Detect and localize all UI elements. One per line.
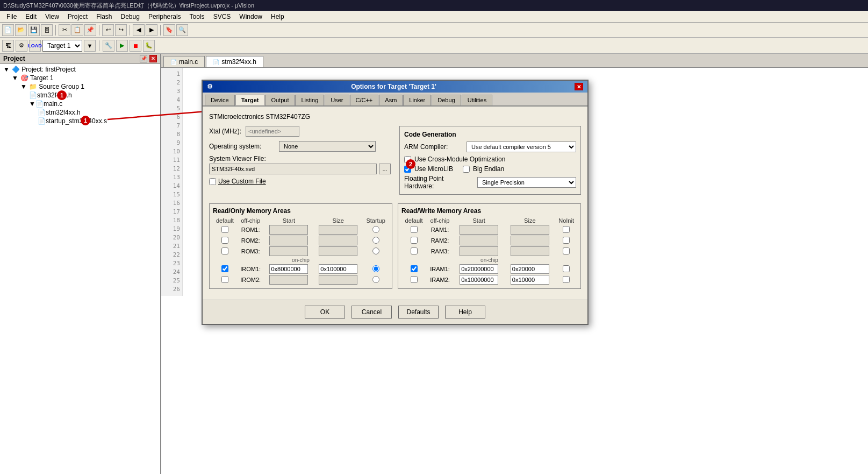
menu-project[interactable]: Project <box>63 12 92 22</box>
load-btn[interactable]: LOAD <box>29 40 41 52</box>
defaults-button[interactable]: Defaults <box>398 306 439 319</box>
menu-flash[interactable]: Flash <box>92 12 116 22</box>
ro-irom2-default[interactable] <box>221 276 228 283</box>
ro-rom1-default[interactable] <box>221 226 228 233</box>
menu-debug[interactable]: Debug <box>117 12 144 22</box>
menu-peripherals[interactable]: Peripherals <box>144 12 185 22</box>
menu-svcs[interactable]: SVCS <box>209 12 235 22</box>
tab-mainc[interactable]: 📄 main.c <box>163 56 205 67</box>
target-select[interactable]: Target 1 <box>42 40 82 52</box>
rw-iram1-size[interactable] <box>511 264 549 274</box>
ro-irom1-default[interactable] <box>221 265 228 272</box>
new-btn[interactable]: 📄 <box>2 24 14 36</box>
cross-module-checkbox[interactable] <box>404 156 411 163</box>
ro-rom1-startup[interactable] <box>372 226 379 233</box>
ro-rom2-start[interactable] <box>269 236 308 245</box>
copy-btn[interactable]: 📋 <box>71 24 83 36</box>
rw-iram2-start[interactable] <box>460 275 498 285</box>
dialog-tab-device[interactable]: Device <box>205 95 235 105</box>
ro-irom2-startup[interactable] <box>372 276 379 283</box>
ro-rom2-size[interactable] <box>319 236 357 245</box>
save-btn[interactable]: 💾 <box>28 24 40 36</box>
nav-back-btn[interactable]: ◀ <box>133 24 145 36</box>
rw-ram2-start[interactable] <box>460 236 498 245</box>
ro-rom3-startup[interactable] <box>372 247 379 254</box>
ro-rom1-size[interactable] <box>319 225 357 235</box>
bookmark-btn[interactable]: 🔖 <box>163 24 175 36</box>
ro-rom2-default[interactable] <box>221 237 228 244</box>
tree-item-stm32h2[interactable]: 📄 stm32f4xx.h <box>1 108 159 117</box>
ro-irom2-size[interactable] <box>319 275 357 285</box>
rw-ram3-default[interactable] <box>411 247 418 254</box>
rw-ram2-noinit[interactable] <box>563 237 570 244</box>
ro-rom3-default[interactable] <box>221 247 228 254</box>
paste-btn[interactable]: 📌 <box>84 24 96 36</box>
rw-iram2-noinit[interactable] <box>563 276 570 283</box>
menu-view[interactable]: View <box>41 12 63 22</box>
ro-rom3-size[interactable] <box>319 246 357 256</box>
tab-stm32h[interactable]: 📄 stm32f4xx.h <box>206 56 263 67</box>
fp-select[interactable]: Single Precision Not Used Double Precisi… <box>477 177 576 188</box>
rw-iram2-size[interactable] <box>511 275 549 285</box>
rw-iram2-default[interactable] <box>411 276 418 283</box>
ok-button[interactable]: OK <box>305 306 345 319</box>
dialog-close-btn[interactable]: ✕ <box>575 83 583 90</box>
os-select[interactable]: None <box>279 141 376 152</box>
sysviewer-browse-btn[interactable]: ... <box>379 164 391 174</box>
run-btn[interactable]: ▶ <box>116 40 128 52</box>
rw-iram1-noinit[interactable] <box>563 265 570 272</box>
dialog-tab-output[interactable]: Output <box>265 95 295 105</box>
target-options-btn[interactable]: ▼ <box>84 40 96 52</box>
microlib-checkbox[interactable] <box>404 166 411 173</box>
debug-btn[interactable]: 🐛 <box>143 40 155 52</box>
menu-file[interactable]: File <box>2 12 21 22</box>
sysviewer-input[interactable] <box>209 164 377 174</box>
ro-irom1-startup[interactable] <box>372 265 379 272</box>
ro-irom1-size[interactable] <box>319 264 357 274</box>
redo-btn[interactable]: ↪ <box>115 24 127 36</box>
big-endian-checkbox[interactable] <box>463 166 470 173</box>
dialog-tab-asm[interactable]: Asm <box>379 95 403 105</box>
cancel-button[interactable]: Cancel <box>351 306 392 319</box>
rw-ram2-size[interactable] <box>511 236 549 245</box>
custom-file-checkbox[interactable] <box>209 178 216 185</box>
save-all-btn[interactable]: 🗄 <box>41 24 53 36</box>
help-button[interactable]: Help <box>445 306 485 319</box>
dialog-tab-utilities[interactable]: Utilities <box>462 95 492 105</box>
rw-ram1-default[interactable] <box>411 226 418 233</box>
rw-ram3-size[interactable] <box>511 246 549 256</box>
dialog-tab-listing[interactable]: Listing <box>295 95 324 105</box>
rw-iram1-start[interactable] <box>460 264 498 274</box>
dialog-tab-cc[interactable]: C/C++ <box>350 95 379 105</box>
xtal-input[interactable] <box>246 126 299 137</box>
dialog-tab-target[interactable]: Target <box>235 95 265 105</box>
dialog-tab-linker[interactable]: Linker <box>403 95 431 105</box>
rw-ram1-noinit[interactable] <box>563 226 570 233</box>
ro-irom1-start[interactable] <box>269 264 308 274</box>
ro-rom3-start[interactable] <box>269 246 308 256</box>
menu-window[interactable]: Window <box>235 12 267 22</box>
tree-item-project[interactable]: ▼ 🔷 Project: firstProject <box>1 65 159 74</box>
stop-btn[interactable]: ⏹ <box>130 40 141 52</box>
rw-ram1-start[interactable] <box>460 225 498 235</box>
arm-compiler-select[interactable]: Use default compiler version 5 <box>467 142 576 152</box>
panel-close-btn[interactable]: ✕ <box>149 55 157 62</box>
rw-ram3-start[interactable] <box>460 246 498 256</box>
panel-pin-btn[interactable]: 📌 <box>140 55 147 62</box>
tree-item-target[interactable]: ▼ 🎯 Target 1 <box>1 74 159 82</box>
tree-item-startup[interactable]: 📄 startup_stm32f40xx.s <box>1 117 159 125</box>
menu-tools[interactable]: Tools <box>185 12 209 22</box>
rw-iram1-default[interactable] <box>411 265 418 272</box>
tree-item-mainc[interactable]: ▼ 📄 main.c <box>1 100 159 108</box>
cut-btn[interactable]: ✂ <box>59 24 70 36</box>
rw-ram3-noinit[interactable] <box>563 247 570 254</box>
rw-ram1-size[interactable] <box>511 225 549 235</box>
dialog-tab-debug[interactable]: Debug <box>432 95 461 105</box>
tree-item-stm32h[interactable]: 📄 stm32f4xx.h 1 <box>1 91 159 100</box>
rw-ram2-default[interactable] <box>411 237 418 244</box>
ro-rom2-startup[interactable] <box>372 237 379 244</box>
build-btn[interactable]: ⚙ <box>16 40 27 52</box>
open-btn[interactable]: 📂 <box>15 24 27 36</box>
options-btn[interactable]: 🔧 <box>103 40 114 52</box>
ro-irom2-start[interactable] <box>269 275 308 285</box>
